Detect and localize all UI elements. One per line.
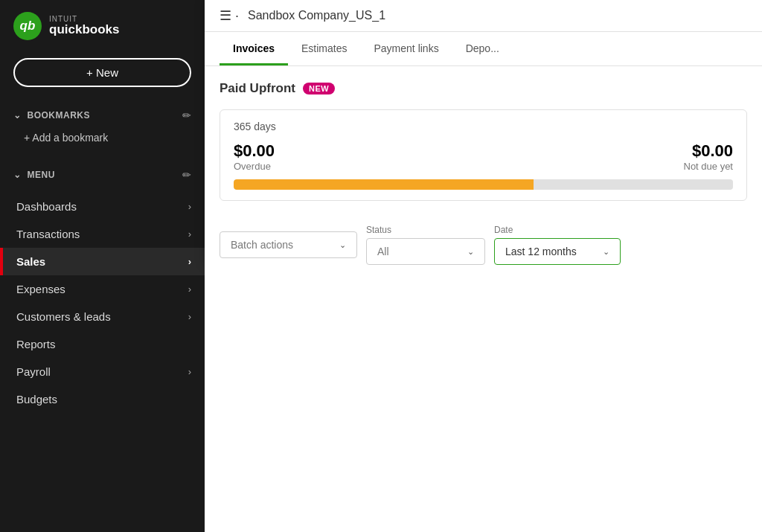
dropdown-arrow-date-icon: ⌄ (603, 247, 609, 257)
overdue-label: Overdue (234, 161, 275, 172)
sidebar-item-reports[interactable]: Reports (0, 330, 205, 358)
edit-icon[interactable]: ✏ (182, 109, 191, 121)
date-filter-group: Date Last 12 months ⌄ (494, 225, 621, 265)
menu-section: ⌄ MENU ✏ (0, 157, 205, 193)
company-name: Sandbox Company_US_1 (248, 9, 385, 22)
main-content: ☰ · Sandbox Company_US_1 Invoices Estima… (205, 0, 762, 532)
date-filter-label: Date (494, 225, 621, 235)
tabs-bar: Invoices Estimates Payment links Depo... (205, 32, 762, 66)
logo-area: qb intuit quickbooks (0, 0, 205, 52)
chevron-right-icon: › (188, 201, 191, 212)
new-button[interactable]: + New (13, 58, 191, 87)
overdue-block: $0.00 Overdue (234, 141, 275, 172)
notdue-block: $0.00 Not due yet (684, 141, 734, 172)
batch-actions-select[interactable]: Batch actions ⌄ (220, 231, 357, 258)
chevron-right-icon: › (188, 283, 191, 295)
bookmarks-section: ⌄ BOOKMARKS ✏ + Add a bookmark (0, 97, 205, 157)
sidebar-item-dashboards[interactable]: Dashboards › (0, 193, 205, 220)
tab-payment-links[interactable]: Payment links (361, 32, 452, 65)
overdue-amount: $0.00 (234, 141, 275, 161)
dropdown-arrow-icon: ⌄ (339, 240, 346, 250)
sidebar-item-payroll[interactable]: Payroll › (0, 358, 205, 385)
amount-row: $0.00 Overdue $0.00 Not due yet (234, 141, 733, 172)
new-button-area: + New (0, 52, 205, 97)
hamburger-icon[interactable]: ☰ · (220, 7, 239, 24)
chevron-down-icon-menu: ⌄ (13, 170, 22, 180)
batch-filter-group: Batch actions ⌄ (220, 231, 357, 258)
progress-bar-fill (234, 179, 534, 190)
dropdown-arrow-status-icon: ⌄ (467, 247, 474, 257)
sidebar-item-budgets[interactable]: Budgets (0, 385, 205, 413)
menu-header[interactable]: ⌄ MENU ✏ (0, 163, 205, 187)
add-bookmark[interactable]: + Add a bookmark (0, 127, 205, 151)
top-bar: ☰ · Sandbox Company_US_1 (205, 0, 762, 32)
status-select[interactable]: All ⌄ (366, 238, 485, 265)
menu-title: ⌄ MENU (13, 170, 55, 180)
paid-upfront-text: Paid Upfront (220, 81, 295, 96)
menu-edit-icon[interactable]: ✏ (182, 169, 191, 181)
days-text: 365 days (234, 121, 733, 132)
content-area: Paid Upfront NEW 365 days $0.00 Overdue … (205, 66, 762, 532)
chevron-right-icon: › (188, 228, 191, 240)
chevron-right-icon: › (188, 366, 191, 377)
chevron-down-icon: ⌄ (13, 110, 22, 121)
status-filter-label: Status (366, 225, 485, 235)
filter-bar: Batch actions ⌄ Status All ⌄ Date Last 1… (220, 214, 747, 265)
paid-upfront-card: 365 days $0.00 Overdue $0.00 Not due yet (220, 109, 747, 201)
bookmarks-header[interactable]: ⌄ BOOKMARKS ✏ (0, 103, 205, 127)
brand-text: intuit quickbooks (49, 15, 119, 37)
chevron-right-icon: › (188, 256, 191, 267)
bookmarks-title: ⌄ BOOKMARKS (13, 110, 90, 121)
notdue-amount: $0.00 (684, 141, 734, 161)
sidebar-item-customers-leads[interactable]: Customers & leads › (0, 303, 205, 330)
sidebar-item-transactions[interactable]: Transactions › (0, 220, 205, 248)
notdue-label: Not due yet (684, 161, 734, 172)
tab-invoices[interactable]: Invoices (220, 32, 288, 65)
chevron-right-icon: › (188, 311, 191, 322)
sidebar: qb intuit quickbooks + New ⌄ BOOKMARKS ✏… (0, 0, 205, 532)
new-badge: NEW (303, 83, 335, 94)
date-select[interactable]: Last 12 months ⌄ (494, 238, 621, 265)
quickbooks-label: quickbooks (49, 23, 119, 37)
sidebar-item-sales[interactable]: Sales › (0, 248, 205, 275)
tab-deposits[interactable]: Depo... (452, 32, 513, 65)
status-filter-group: Status All ⌄ (366, 225, 485, 265)
paid-upfront-banner: Paid Upfront NEW (220, 81, 747, 96)
sidebar-item-expenses[interactable]: Expenses › (0, 275, 205, 303)
progress-bar (234, 179, 733, 190)
tab-estimates[interactable]: Estimates (288, 32, 360, 65)
quickbooks-logo: qb (13, 12, 42, 40)
